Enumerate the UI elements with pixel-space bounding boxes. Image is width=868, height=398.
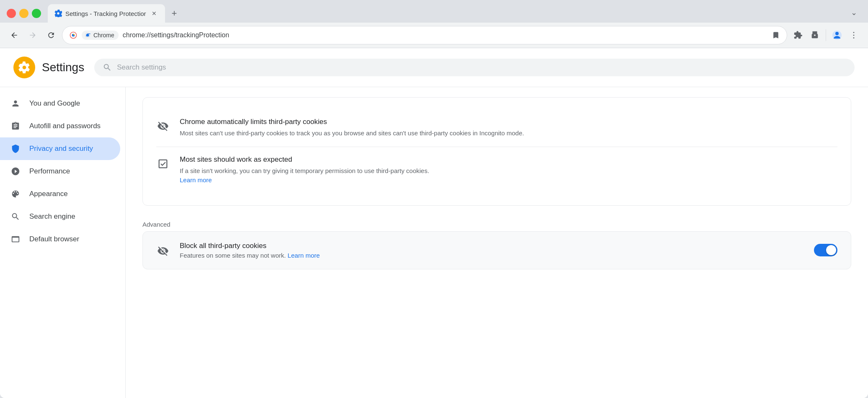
settings-header: Settings Search settings [0,48,868,87]
close-button[interactable] [7,9,16,18]
chrome-small-icon [84,32,91,39]
new-tab-button[interactable]: + [167,6,182,21]
settings-tab-icon [54,10,62,17]
info-desc-limits: Most sites can't use third-party cookies… [180,129,837,138]
advanced-desc: Features on some sites may not work. Lea… [180,252,804,259]
sidebar-label-you-and-google: You and Google [29,99,80,108]
navigation-bar: Chrome chrome://settings/trackingProtect… [0,23,868,48]
info-text-limits-cookies: Chrome automatically limits third-party … [180,118,837,138]
learn-more-link-1[interactable]: Learn more [180,176,212,183]
profile-button[interactable] [829,28,845,43]
settings-title: Settings [42,61,84,74]
info-title-sites: Most sites should work as expected [180,155,837,164]
sidebar-item-appearance[interactable]: Appearance [0,183,120,205]
advanced-row-block-cookies: Block all third-party cookies Features o… [142,231,851,269]
search-bar[interactable]: Search settings [94,59,855,76]
chrome-badge: Chrome [82,31,119,40]
nav-actions [790,28,861,43]
search-icon [103,63,112,72]
advanced-label: Advanced [142,216,851,231]
sidebar-item-privacy[interactable]: Privacy and security [0,137,120,160]
active-tab[interactable]: Settings - Tracking Protectior ✕ [48,4,165,23]
svg-point-4 [835,32,839,35]
tab-dropdown-button[interactable]: ⌄ [846,5,861,20]
info-card: Chrome automatically limits third-party … [142,97,851,206]
sidebar-label-performance: Performance [29,167,70,176]
info-row-limits-cookies: Chrome automatically limits third-party … [156,109,837,147]
settings-logo-icon [13,57,35,78]
extensions-button[interactable] [790,28,806,43]
forward-button[interactable] [25,28,40,43]
info-row-sites-work: Most sites should work as expected If a … [156,147,837,194]
eye-slash-icon-2 [156,244,170,258]
settings-logo: Settings [13,57,84,78]
sidebar-item-default-browser[interactable]: Default browser [0,228,120,251]
advanced-title: Block all third-party cookies [180,242,804,250]
tabs-bar: Settings - Tracking Protectior ✕ + [48,4,843,23]
sidebar-item-performance[interactable]: Performance [0,160,120,183]
settings-panel: Chrome automatically limits third-party … [126,87,868,279]
info-text-sites-work: Most sites should work as expected If a … [180,155,837,185]
chrome-label: Chrome [93,32,114,39]
traffic-lights [7,9,41,18]
info-desc-sites: If a site isn't working, you can try giv… [180,166,837,185]
svg-point-5 [853,32,855,33]
nav-divider [826,29,826,41]
url-text: chrome://settings/trackingProtection [123,31,767,39]
tab-close-button[interactable]: ✕ [150,9,158,18]
palette-icon [10,189,21,199]
settings-main: Chrome automatically limits third-party … [126,87,868,398]
eye-slash-icon-1 [156,119,170,133]
sidebar-label-appearance: Appearance [29,190,68,198]
back-button[interactable] [7,28,22,43]
info-desc-sites-text: If a site isn't working, you can try giv… [180,167,429,174]
gauge-icon [10,166,21,177]
toggle-knob [826,245,836,255]
person-icon [10,98,21,109]
experiments-button[interactable] [807,28,822,43]
sidebar-label-default-browser: Default browser [29,235,79,243]
chrome-logo-icon [69,31,78,39]
sidebar-label-search-engine: Search engine [29,212,75,221]
sidebar: You and Google Autofill and passwords [0,87,126,398]
advanced-desc-text: Features on some sites may not work. [180,252,286,259]
maximize-button[interactable] [32,9,41,18]
sidebar-item-you-and-google[interactable]: You and Google [0,92,120,115]
search-placeholder: Search settings [117,63,166,72]
learn-more-link-2[interactable]: Learn more [288,252,320,259]
sidebar-item-search-engine[interactable]: Search engine [0,205,120,228]
svg-point-6 [853,35,855,36]
info-title-limits: Chrome automatically limits third-party … [180,118,837,126]
address-bar[interactable]: Chrome chrome://settings/trackingProtect… [62,26,787,44]
sidebar-item-autofill[interactable]: Autofill and passwords [0,115,120,137]
advanced-text-block-cookies: Block all third-party cookies Features o… [180,242,804,259]
reload-button[interactable] [44,28,59,43]
tab-title: Settings - Tracking Protectior [65,10,147,17]
sidebar-label-privacy: Privacy and security [29,145,93,153]
block-cookies-toggle[interactable] [814,244,837,256]
minimize-button[interactable] [19,9,28,18]
search-sidebar-icon [10,211,21,222]
page-content: Settings Search settings [0,48,868,398]
browser-icon [10,234,21,245]
checkbox-icon [156,157,170,171]
settings-body: You and Google Autofill and passwords [0,87,868,398]
svg-point-7 [853,37,855,39]
sidebar-label-autofill: Autofill and passwords [29,122,101,130]
bookmark-icon[interactable] [772,31,780,39]
clipboard-icon [10,121,21,132]
menu-button[interactable] [846,28,861,43]
shield-icon [10,143,21,154]
